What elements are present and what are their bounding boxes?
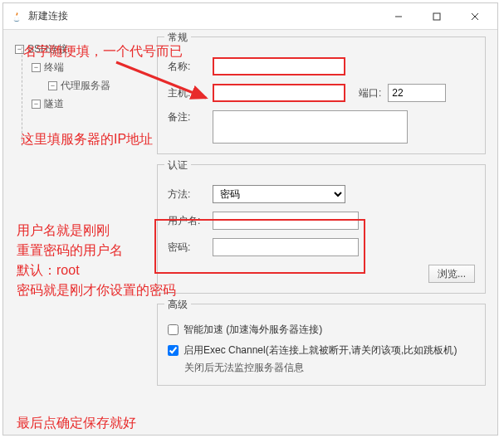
method-select[interactable]: 密码 — [213, 185, 345, 203]
group-title: 高级 — [164, 298, 191, 312]
dialog-window: 新建连接 − SSH连接 − 终端 − 代理服务器 — [2, 2, 498, 436]
method-label: 方法: — [168, 187, 213, 202]
tree-item-proxy[interactable]: − 代理服务器 — [15, 76, 143, 95]
annotation-user2: 重置密码的用户名 — [17, 242, 123, 260]
port-label: 端口: — [359, 86, 381, 100]
group-auth: 认证 方法: 密码 用户名: 密码: — [157, 164, 486, 294]
exec-note: 关闭后无法监控服务器信息 — [184, 361, 475, 375]
accel-label: 智能加速 (加速海外服务器连接) — [183, 323, 322, 337]
name-label: 名称: — [168, 60, 213, 74]
annotation-save: 最后点确定保存就好 — [17, 415, 136, 432]
annotation-user3: 默认：root — [17, 262, 80, 280]
annotation-pass: 密码就是刚才你设置的密码 — [17, 282, 176, 299]
annotation-host: 这里填服务器的IP地址 — [21, 131, 153, 148]
collapse-icon[interactable]: − — [32, 100, 41, 109]
collapse-icon[interactable]: − — [48, 81, 57, 90]
browse-button[interactable]: 浏览... — [428, 265, 475, 283]
window-title: 新建连接 — [28, 9, 68, 23]
username-input[interactable] — [213, 212, 359, 230]
pass-label: 密码: — [168, 241, 213, 255]
note-label: 备注: — [168, 110, 213, 124]
group-advanced: 高级 智能加速 (加速海外服务器连接) 启用Exec Channel(若连接上就… — [157, 304, 486, 386]
maximize-button[interactable] — [418, 5, 456, 28]
port-input[interactable] — [388, 84, 446, 102]
host-label: 主机: — [168, 86, 213, 100]
password-input[interactable] — [213, 238, 359, 256]
user-label: 用户名: — [168, 214, 213, 228]
group-general: 常规 名称: 主机: 端口: 备注: — [157, 36, 486, 154]
settings-panel: 常规 名称: 主机: 端口: 备注: 认证 — [149, 30, 497, 435]
annotation-name: 名字随便填，一个代号而已 — [23, 43, 183, 61]
annotation-user1: 用户名就是刚刚 — [17, 222, 110, 240]
close-button[interactable] — [456, 5, 494, 28]
collapse-icon[interactable]: − — [32, 63, 41, 72]
java-icon — [10, 10, 23, 23]
name-input[interactable] — [213, 57, 345, 75]
note-textarea[interactable] — [213, 110, 408, 144]
accel-checkbox-row[interactable]: 智能加速 (加速海外服务器连接) — [168, 323, 475, 337]
minimize-button[interactable] — [379, 5, 418, 28]
tree-item-terminal[interactable]: − 终端 — [15, 58, 143, 76]
tree-item-tunnel[interactable]: − 隧道 — [15, 95, 143, 113]
exec-checkbox[interactable] — [168, 345, 179, 356]
exec-checkbox-row[interactable]: 启用Exec Channel(若连接上就被断开,请关闭该项,比如跳板机) — [168, 343, 475, 358]
group-title: 认证 — [164, 158, 191, 173]
svg-rect-0 — [433, 13, 440, 20]
host-input[interactable] — [213, 84, 345, 102]
exec-label: 启用Exec Channel(若连接上就被断开,请关闭该项,比如跳板机) — [183, 343, 457, 358]
accel-checkbox[interactable] — [168, 324, 179, 335]
title-bar: 新建连接 — [3, 3, 497, 30]
